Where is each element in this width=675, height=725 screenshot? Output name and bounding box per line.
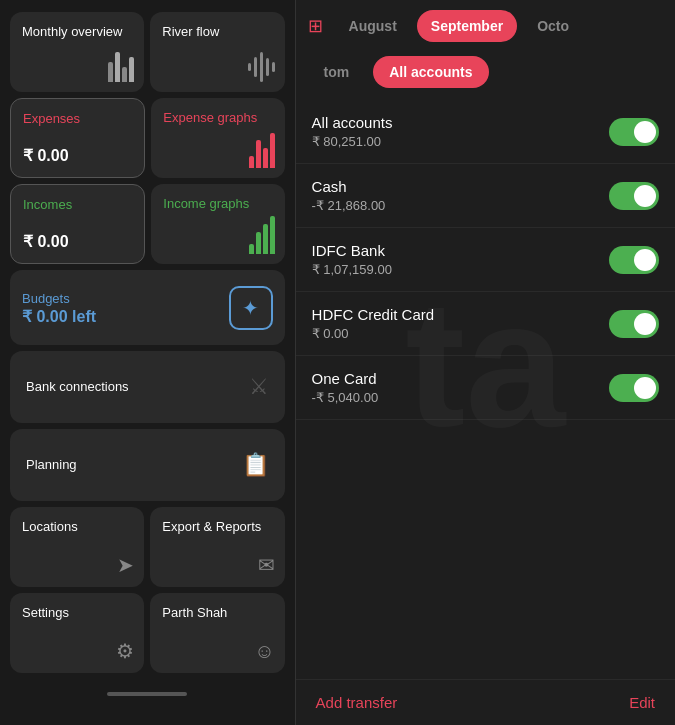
account-name-3: HDFC Credit Card <box>312 306 435 323</box>
settings-icon: ⚙ <box>116 639 134 663</box>
left-panel: Monthly overview River flow Expenses ₹ 0… <box>0 0 295 725</box>
add-transfer-button[interactable]: Add transfer <box>316 694 398 711</box>
locations-tile[interactable]: Locations ➤ <box>10 507 144 587</box>
budgets-tile[interactable]: Budgets ₹ 0.00 left ✦ <box>10 270 285 345</box>
month-tabs: August September Octo <box>335 10 663 42</box>
bank-connections-label: Bank connections <box>26 379 129 396</box>
parth-shah-label: Parth Shah <box>162 605 272 622</box>
account-info-1: Cash -₹ 21,868.00 <box>312 178 386 213</box>
planning-icon: 📋 <box>242 452 269 478</box>
grid-icon[interactable]: ⊞ <box>308 15 323 37</box>
budgets-label: Budgets <box>22 291 70 306</box>
nav-indicator <box>107 692 187 696</box>
planning-tile[interactable]: Planning 📋 <box>10 429 285 501</box>
account-balance-3: ₹ 0.00 <box>312 326 435 341</box>
row-1: Monthly overview River flow <box>10 12 285 92</box>
edit-button[interactable]: Edit <box>629 694 655 711</box>
account-item[interactable]: All accounts ₹ 80,251.00 <box>296 100 675 164</box>
incomes-tile[interactable]: Incomes ₹ 0.00 <box>10 184 145 264</box>
row-bottom-2: Settings ⚙ Parth Shah ☺ <box>10 593 285 673</box>
bottom-actions: Add transfer Edit <box>296 679 675 725</box>
incomes-label: Incomes <box>23 197 132 214</box>
account-name-1: Cash <box>312 178 386 195</box>
account-name-4: One Card <box>312 370 379 387</box>
account-info-2: IDFC Bank ₹ 1,07,159.00 <box>312 242 392 277</box>
tab-september[interactable]: September <box>417 10 517 42</box>
filter-row: tom All accounts <box>296 48 675 96</box>
bottom-nav <box>10 679 285 709</box>
income-graphs-chart <box>249 216 275 254</box>
export-icon: ✉ <box>258 553 275 577</box>
account-toggle-1[interactable] <box>609 182 659 210</box>
account-toggle-3[interactable] <box>609 310 659 338</box>
expenses-label: Expenses <box>23 111 132 128</box>
bank-connections-icon: ⚔ <box>249 374 269 400</box>
river-flow-tile[interactable]: River flow <box>150 12 284 92</box>
account-info-4: One Card -₹ 5,040.00 <box>312 370 379 405</box>
top-bar: ⊞ August September Octo <box>296 0 675 48</box>
expense-graphs-chart <box>249 133 275 168</box>
expense-graphs-label: Expense graphs <box>163 110 272 127</box>
accounts-list: All accounts ₹ 80,251.00 Cash -₹ 21,868.… <box>296 96 675 679</box>
account-info-0: All accounts ₹ 80,251.00 <box>312 114 393 149</box>
account-balance-4: -₹ 5,040.00 <box>312 390 379 405</box>
bank-connections-tile[interactable]: Bank connections ⚔ <box>10 351 285 423</box>
account-balance-0: ₹ 80,251.00 <box>312 134 393 149</box>
right-panel: ⊞ August September Octo tom All accounts… <box>296 0 675 725</box>
income-graphs-tile[interactable]: Income graphs <box>151 184 284 264</box>
expense-graphs-tile[interactable]: Expense graphs <box>151 98 284 178</box>
settings-label: Settings <box>22 605 132 622</box>
account-info-3: HDFC Credit Card ₹ 0.00 <box>312 306 435 341</box>
locations-label: Locations <box>22 519 132 536</box>
tab-october[interactable]: Octo <box>523 10 583 42</box>
locations-icon: ➤ <box>117 553 134 577</box>
budgets-value: ₹ 0.00 left <box>22 308 96 325</box>
row-3: Incomes ₹ 0.00 Income graphs <box>10 184 285 264</box>
tab-august[interactable]: August <box>335 10 411 42</box>
filter-all-accounts[interactable]: All accounts <box>373 56 488 88</box>
account-toggle-4[interactable] <box>609 374 659 402</box>
planning-label: Planning <box>26 457 77 474</box>
budgets-icon: ✦ <box>229 286 273 330</box>
income-graphs-label: Income graphs <box>163 196 272 213</box>
parth-shah-icon: ☺ <box>254 640 274 663</box>
monthly-overview-label: Monthly overview <box>22 24 132 41</box>
river-flow-label: River flow <box>162 24 272 41</box>
export-reports-tile[interactable]: Export & Reports ✉ <box>150 507 284 587</box>
account-balance-2: ₹ 1,07,159.00 <box>312 262 392 277</box>
account-item[interactable]: IDFC Bank ₹ 1,07,159.00 <box>296 228 675 292</box>
filter-custom[interactable]: tom <box>308 56 366 88</box>
river-flow-icon <box>248 52 275 82</box>
settings-tile[interactable]: Settings ⚙ <box>10 593 144 673</box>
row-bottom-1: Locations ➤ Export & Reports ✉ <box>10 507 285 587</box>
expenses-tile[interactable]: Expenses ₹ 0.00 <box>10 98 145 178</box>
incomes-value: ₹ 0.00 <box>23 232 132 251</box>
account-item[interactable]: Cash -₹ 21,868.00 <box>296 164 675 228</box>
account-toggle-0[interactable] <box>609 118 659 146</box>
budgets-info: Budgets ₹ 0.00 left <box>22 289 96 327</box>
account-item[interactable]: One Card -₹ 5,040.00 <box>296 356 675 420</box>
row-2: Expenses ₹ 0.00 Expense graphs <box>10 98 285 178</box>
account-balance-1: -₹ 21,868.00 <box>312 198 386 213</box>
account-item[interactable]: HDFC Credit Card ₹ 0.00 <box>296 292 675 356</box>
monthly-overview-chart <box>108 52 134 82</box>
account-toggle-2[interactable] <box>609 246 659 274</box>
export-reports-label: Export & Reports <box>162 519 272 536</box>
account-name-2: IDFC Bank <box>312 242 392 259</box>
monthly-overview-tile[interactable]: Monthly overview <box>10 12 144 92</box>
account-name-0: All accounts <box>312 114 393 131</box>
expenses-value: ₹ 0.00 <box>23 146 132 165</box>
parth-shah-tile[interactable]: Parth Shah ☺ <box>150 593 284 673</box>
